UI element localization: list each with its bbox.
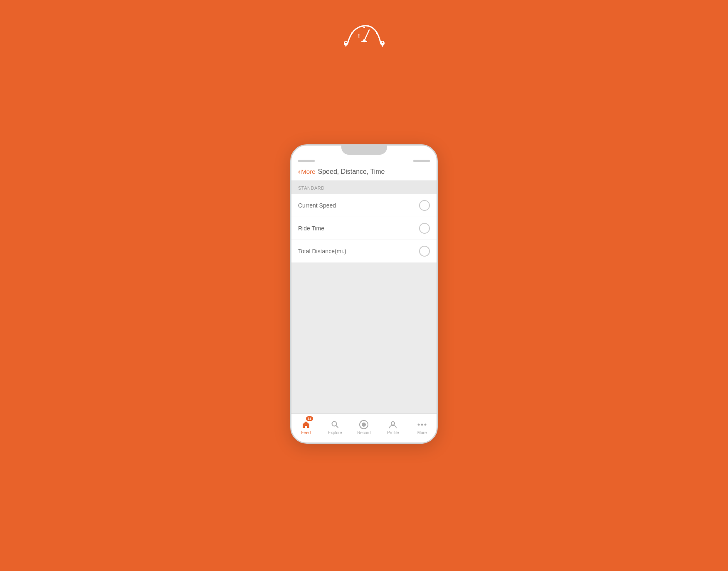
tab-profile-label: Profile (387, 430, 399, 435)
list-item-label-total-distance: Total Distance(mi.) (298, 248, 346, 255)
tab-bar: 11 Feed Explore (291, 413, 437, 442)
phone-mockup: ‹ More Speed, Distance, Time STANDARD Cu… (290, 144, 438, 444)
tab-profile[interactable]: Profile (378, 414, 407, 441)
search-icon (330, 420, 340, 430)
section-header: STANDARD (291, 181, 437, 194)
svg-point-17 (421, 423, 423, 425)
list-item-label-ride-time: Ride Time (298, 225, 324, 232)
status-bar-pill-left (298, 160, 315, 162)
svg-point-5 (345, 42, 347, 43)
list-item-label-current-speed: Current Speed (298, 202, 336, 209)
tab-explore-label: Explore (328, 430, 342, 435)
nav-title: Speed, Distance, Time (318, 168, 385, 176)
svg-point-12 (376, 32, 378, 34)
home-icon (301, 420, 311, 430)
toggle-total-distance[interactable] (419, 246, 430, 257)
chevron-left-icon: ‹ (298, 168, 300, 176)
list-item[interactable]: Current Speed (291, 194, 437, 217)
tab-explore[interactable]: Explore (321, 414, 350, 441)
tab-record[interactable]: Record (350, 414, 379, 441)
svg-point-18 (424, 423, 427, 425)
nav-back-button[interactable]: ‹ More (298, 168, 316, 176)
feed-badge: 11 (306, 416, 313, 421)
svg-line-0 (364, 30, 369, 41)
nav-header: ‹ More Speed, Distance, Time (291, 164, 437, 181)
svg-point-15 (391, 422, 395, 425)
tab-record-label: Record (357, 430, 370, 435)
svg-point-10 (351, 32, 353, 34)
section-header-label: STANDARD (298, 185, 325, 190)
profile-icon (388, 420, 398, 430)
svg-point-8 (382, 42, 383, 43)
tab-more-label: More (417, 430, 427, 435)
phone-notch (341, 146, 387, 155)
svg-line-14 (336, 425, 338, 428)
toggle-ride-time[interactable] (419, 223, 430, 234)
toggle-current-speed[interactable] (419, 200, 430, 211)
status-bar-pill-right (413, 160, 430, 162)
svg-point-11 (363, 27, 365, 28)
more-icon (417, 420, 427, 430)
page-wrapper: ! ‹ More (0, 0, 728, 571)
app-logo: ! (339, 21, 389, 52)
tab-feed-label: Feed (301, 430, 311, 435)
nav-back-label: More (301, 168, 315, 175)
tab-more[interactable]: More (407, 414, 437, 441)
empty-content-area (291, 263, 437, 413)
tab-feed[interactable]: 11 Feed (291, 414, 321, 441)
svg-text:!: ! (358, 33, 360, 40)
record-icon (359, 420, 369, 430)
svg-point-16 (418, 423, 420, 425)
list-item[interactable]: Ride Time (291, 217, 437, 240)
list-item[interactable]: Total Distance(mi.) (291, 240, 437, 263)
